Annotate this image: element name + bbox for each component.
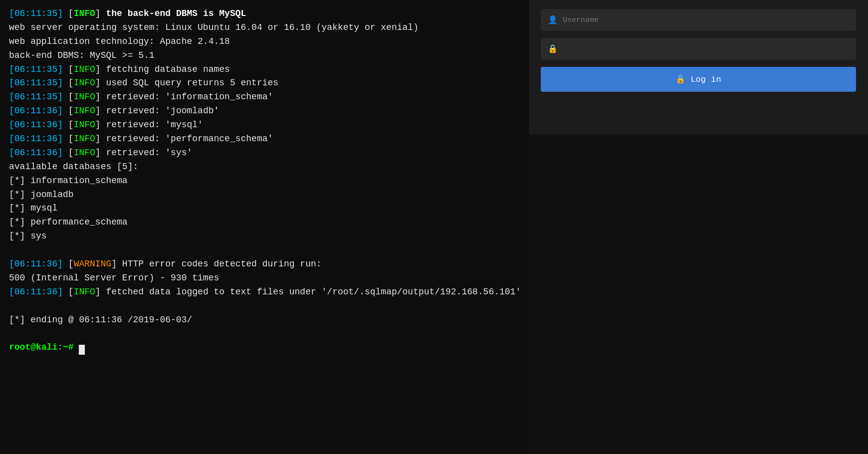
login-button[interactable]: 🔒 Log in — [541, 67, 856, 92]
right-bottom-area — [529, 135, 868, 454]
terminal-output: [06:11:35] [INFO] the back-end DBMS is M… — [9, 7, 520, 355]
password-field-container: 🔒 — [541, 38, 856, 60]
password-input[interactable] — [563, 45, 849, 53]
terminal-panel: [06:11:35] [INFO] the back-end DBMS is M… — [0, 0, 529, 454]
login-form-area: 👤 🔒 🔒 Log in — [529, 0, 868, 135]
lock-icon: 🔒 — [548, 44, 558, 54]
user-icon: 👤 — [548, 15, 558, 25]
username-input[interactable] — [563, 16, 849, 24]
right-panel: 👤 🔒 🔒 Log in — [529, 0, 868, 454]
login-lock-icon: 🔒 — [675, 74, 685, 84]
login-label: Log in — [690, 75, 721, 84]
username-field-container: 👤 — [541, 9, 856, 31]
